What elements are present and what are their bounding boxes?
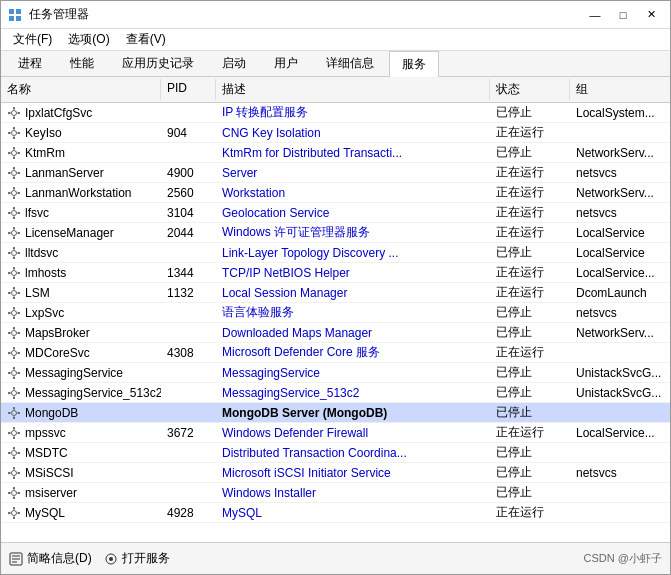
tab-startup[interactable]: 启动 — [209, 50, 259, 76]
svg-rect-90 — [13, 447, 15, 450]
cell-group: LocalService — [570, 245, 670, 261]
maximize-button[interactable]: □ — [610, 6, 636, 24]
svg-rect-85 — [13, 427, 15, 430]
table-row[interactable]: MessagingService_513c2MessagingService_5… — [1, 383, 670, 403]
tab-services[interactable]: 服务 — [389, 51, 439, 77]
svg-point-84 — [12, 430, 17, 435]
table-row[interactable]: lltdsvcLink-Layer Topology Discovery ...… — [1, 243, 670, 263]
tab-users[interactable]: 用户 — [261, 50, 311, 76]
cell-status: 已停止 — [490, 403, 570, 422]
service-icon — [7, 206, 21, 220]
window-title: 任务管理器 — [29, 6, 89, 23]
tab-performance[interactable]: 性能 — [57, 50, 107, 76]
summary-icon — [9, 552, 23, 566]
cell-status: 已停止 — [490, 323, 570, 342]
col-name[interactable]: 名称 — [1, 79, 161, 100]
table-row[interactable]: LicenseManager2044Windows 许可证管理器服务正在运行Lo… — [1, 223, 670, 243]
table-row[interactable]: MapsBrokerDownloaded Maps Manager已停止Netw… — [1, 323, 670, 343]
title-bar-left: 任务管理器 — [7, 6, 89, 23]
col-description[interactable]: 描述 — [216, 79, 490, 100]
cell-status: 正在运行 — [490, 423, 570, 442]
close-button[interactable]: ✕ — [638, 6, 664, 24]
table-row[interactable]: LanmanServer4900Server正在运行netsvcs — [1, 163, 670, 183]
table-row[interactable]: MDCoreSvc4308Microsoft Defender Core 服务正… — [1, 343, 670, 363]
cell-name: IpxlatCfgSvc — [1, 105, 161, 121]
col-status[interactable]: 状态 — [490, 79, 570, 100]
svg-rect-2 — [9, 16, 14, 21]
cell-group: DcomLaunch — [570, 285, 670, 301]
svg-rect-61 — [13, 336, 15, 339]
svg-rect-101 — [13, 496, 15, 499]
svg-point-99 — [12, 490, 17, 495]
table-row[interactable]: KtmRmKtmRm for Distributed Transacti...已… — [1, 143, 670, 163]
table-row[interactable]: LanmanWorkstation2560Workstation正在运行Netw… — [1, 183, 670, 203]
summary-label: 简略信息(D) — [27, 550, 92, 567]
svg-rect-12 — [8, 132, 11, 134]
cell-pid — [161, 492, 216, 494]
svg-rect-81 — [13, 416, 15, 419]
summary-info-button[interactable]: 简略信息(D) — [9, 550, 92, 567]
table-row[interactable]: MessagingServiceMessagingService已停止Unist… — [1, 363, 670, 383]
svg-point-39 — [12, 250, 17, 255]
menu-view[interactable]: 查看(V) — [118, 29, 174, 50]
svg-rect-103 — [18, 492, 21, 494]
cell-status: 正在运行 — [490, 343, 570, 362]
tab-details[interactable]: 详细信息 — [313, 50, 387, 76]
cell-description: MySQL — [216, 505, 490, 521]
svg-rect-15 — [13, 147, 15, 150]
title-bar: 任务管理器 — □ ✕ — [1, 1, 670, 29]
service-icon — [7, 266, 21, 280]
col-group[interactable]: 组 — [570, 79, 670, 100]
table-row[interactable]: MongoDBMongoDB Server (MongoDB)已停止 — [1, 403, 670, 423]
tab-processes[interactable]: 进程 — [5, 50, 55, 76]
service-icon — [7, 406, 21, 420]
table-row[interactable]: msiserverWindows Installer已停止 — [1, 483, 670, 503]
svg-point-49 — [12, 290, 17, 295]
table-row[interactable]: LSM1132Local Session Manager正在运行DcomLaun… — [1, 283, 670, 303]
table-row[interactable]: MySQL4928MySQL正在运行 — [1, 503, 670, 523]
cell-pid — [161, 392, 216, 394]
table-row[interactable]: mpssvc3672Windows Defender Firewall正在运行L… — [1, 423, 670, 443]
svg-rect-51 — [13, 296, 15, 299]
table-body[interactable]: IpxlatCfgSvcIP 转换配置服务已停止LocalSystem... K… — [1, 103, 670, 542]
svg-point-4 — [12, 110, 17, 115]
cell-group — [570, 452, 670, 454]
svg-rect-92 — [8, 452, 11, 454]
cell-description: MessagingService_513c2 — [216, 385, 490, 401]
cell-pid — [161, 452, 216, 454]
svg-rect-27 — [8, 192, 11, 194]
window-controls: — □ ✕ — [582, 6, 664, 24]
svg-rect-105 — [13, 507, 15, 510]
col-pid[interactable]: PID — [161, 79, 216, 100]
table-row[interactable]: LxpSvc语言体验服务已停止netsvcs — [1, 303, 670, 323]
svg-point-54 — [12, 310, 17, 315]
cell-status: 正在运行 — [490, 183, 570, 202]
minimize-button[interactable]: — — [582, 6, 608, 24]
cell-group: netsvcs — [570, 465, 670, 481]
cell-status: 已停止 — [490, 383, 570, 402]
table-row[interactable]: lfsvc3104Geolocation Service正在运行netsvcs — [1, 203, 670, 223]
menu-file[interactable]: 文件(F) — [5, 29, 60, 50]
svg-rect-10 — [13, 127, 15, 130]
svg-rect-1 — [16, 9, 21, 14]
svg-point-9 — [12, 130, 17, 135]
table-row[interactable]: IpxlatCfgSvcIP 转换配置服务已停止LocalSystem... — [1, 103, 670, 123]
cell-status: 正在运行 — [490, 163, 570, 182]
table-row[interactable]: MSDTCDistributed Transaction Coordina...… — [1, 443, 670, 463]
cell-status: 已停止 — [490, 303, 570, 322]
svg-rect-0 — [9, 9, 14, 14]
svg-rect-62 — [8, 332, 11, 334]
table-row[interactable]: lmhosts1344TCP/IP NetBIOS Helper正在运行Loca… — [1, 263, 670, 283]
svg-rect-22 — [8, 172, 11, 174]
menu-options[interactable]: 选项(O) — [60, 29, 117, 50]
cell-pid: 3104 — [161, 205, 216, 221]
svg-rect-28 — [18, 192, 21, 194]
tab-app-history[interactable]: 应用历史记录 — [109, 50, 207, 76]
table-row[interactable]: MSiSCSIMicrosoft iSCSI Initiator Service… — [1, 463, 670, 483]
open-services-button[interactable]: 打开服务 — [104, 550, 170, 567]
svg-rect-83 — [18, 412, 21, 414]
cell-description: Geolocation Service — [216, 205, 490, 221]
cell-name: MongoDB — [1, 405, 161, 421]
svg-rect-66 — [13, 356, 15, 359]
table-row[interactable]: KeyIso904CNG Key Isolation正在运行 — [1, 123, 670, 143]
